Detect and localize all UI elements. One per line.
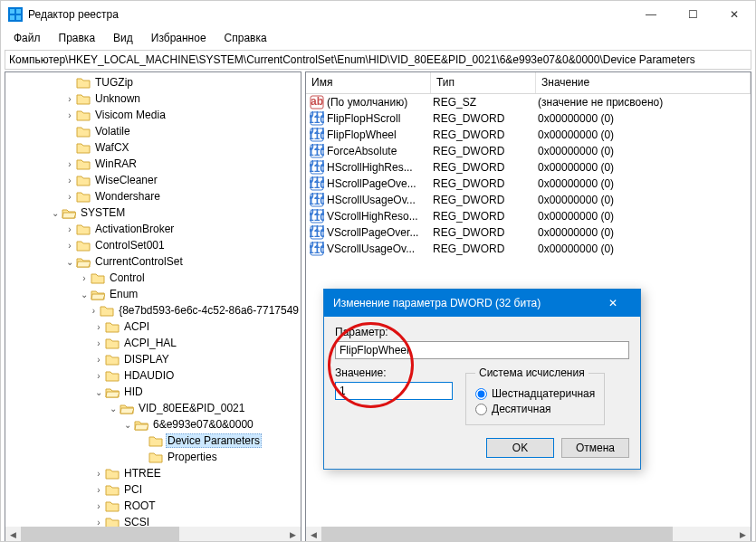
column-type[interactable]: Тип	[431, 72, 536, 93]
expand-icon[interactable]: ›	[92, 355, 105, 365]
collapse-icon[interactable]: ⌄	[107, 404, 120, 414]
tree-item[interactable]: ›ACPI	[5, 319, 301, 335]
value-row[interactable]: (По умолчанию)REG_SZ(значение не присвое…	[306, 94, 751, 110]
tree-item[interactable]: Device Parameters	[5, 433, 301, 449]
expand-icon[interactable]: ›	[92, 371, 105, 381]
tree-item[interactable]: ›WiseCleaner	[5, 172, 301, 188]
column-value[interactable]: Значение	[536, 72, 751, 93]
value-row[interactable]: FlipFlopWheelREG_DWORD0x00000000 (0)	[306, 127, 751, 143]
radio-hex[interactable]: Шестнадцатеричная	[475, 387, 595, 400]
list-scrollbar[interactable]: ◀ ▶	[306, 527, 751, 542]
collapse-icon[interactable]: ⌄	[78, 290, 91, 300]
tree-item[interactable]: ⌄HID	[5, 384, 301, 400]
tree-item[interactable]: ›ControlSet001	[5, 237, 301, 253]
tree-item[interactable]: ›Unknown	[5, 90, 301, 107]
radio-dec[interactable]: Десятичная	[475, 403, 595, 415]
expand-icon[interactable]: ›	[92, 501, 105, 511]
tree-item[interactable]: ›HTREE	[5, 465, 301, 481]
value-row[interactable]: ForceAbsoluteREG_DWORD0x00000000 (0)	[306, 143, 751, 159]
tree-item[interactable]: ›Wondershare	[5, 188, 301, 204]
close-button[interactable]: ✕	[713, 1, 755, 28]
menu-edit[interactable]: Правка	[52, 30, 103, 46]
tree-item[interactable]: ›PCI	[5, 481, 301, 498]
value-row[interactable]: VScrollHighReso...REG_DWORD0x00000000 (0…	[306, 208, 751, 224]
collapse-icon[interactable]: ⌄	[92, 387, 105, 397]
expand-icon[interactable]: ›	[92, 518, 105, 528]
value-row[interactable]: HScrollPageOve...REG_DWORD0x00000000 (0)	[306, 176, 751, 192]
folder-icon	[76, 239, 91, 252]
scroll-right-button[interactable]: ▶	[735, 527, 751, 542]
tree-item[interactable]: ⌄Enum	[5, 286, 301, 302]
cancel-button[interactable]: Отмена	[561, 438, 629, 458]
value-name: VScrollUsageOv...	[327, 242, 433, 255]
collapse-icon[interactable]: ⌄	[49, 208, 62, 218]
tree-item[interactable]: WafCX	[5, 139, 301, 156]
expand-icon[interactable]: ›	[63, 176, 76, 185]
menu-view[interactable]: Вид	[106, 30, 140, 46]
scroll-left-button[interactable]: ◀	[306, 527, 321, 542]
minimize-button[interactable]: —	[630, 1, 672, 28]
tree-item[interactable]: ⌄6&e993e07&0&0000	[5, 416, 301, 433]
expand-icon[interactable]: ›	[92, 338, 105, 348]
folder-icon	[134, 418, 148, 431]
value-list[interactable]: (По умолчанию)REG_SZ(значение не присвое…	[306, 94, 751, 257]
maximize-button[interactable]: ☐	[672, 1, 713, 28]
expand-icon[interactable]: ›	[63, 110, 76, 120]
address-bar[interactable]: Компьютер\HKEY_LOCAL_MACHINE\SYSTEM\Curr…	[5, 50, 751, 70]
tree-item[interactable]: TUGZip	[5, 74, 301, 90]
list-header[interactable]: Имя Тип Значение	[306, 72, 751, 94]
address-text: Компьютер\HKEY_LOCAL_MACHINE\SYSTEM\Curr…	[9, 53, 695, 66]
expand-icon[interactable]: ›	[63, 241, 76, 251]
expand-icon[interactable]: ›	[63, 94, 76, 104]
dialog-titlebar[interactable]: Изменение параметра DWORD (32 бита) ✕	[324, 290, 640, 317]
tree-scrollbar[interactable]: ◀ ▶	[5, 527, 301, 542]
collapse-icon[interactable]: ⌄	[121, 420, 134, 430]
tree-item[interactable]: ›DISPLAY	[5, 351, 301, 367]
tree-item[interactable]: ⌄VID_80EE&PID_0021	[5, 400, 301, 416]
value-row[interactable]: VScrollPageOver...REG_DWORD0x00000000 (0…	[306, 224, 751, 241]
value-row[interactable]: VScrollUsageOv...REG_DWORD0x00000000 (0)	[306, 241, 751, 257]
column-name[interactable]: Имя	[306, 72, 431, 93]
menu-favorites[interactable]: Избранное	[144, 30, 214, 46]
tree-item[interactable]: ›Control	[5, 270, 301, 286]
registry-tree[interactable]: TUGZip›Unknown›Visicom MediaVolatileWafC…	[5, 72, 301, 532]
expand-icon[interactable]: ›	[92, 322, 105, 332]
value-row[interactable]: FlipFlopHScrollREG_DWORD0x00000000 (0)	[306, 110, 751, 127]
tree-item[interactable]: Properties	[5, 449, 301, 465]
value-row[interactable]: HScrollHighRes...REG_DWORD0x00000000 (0)	[306, 159, 751, 176]
dword-value-icon	[310, 225, 324, 240]
expand-icon[interactable]: ›	[92, 469, 105, 479]
value-type: REG_DWORD	[433, 242, 538, 255]
radio-dec-input[interactable]	[475, 404, 487, 415]
expand-icon[interactable]: ›	[92, 485, 105, 495]
expand-icon[interactable]: ›	[63, 192, 76, 202]
value-row[interactable]: HScrollUsageOv...REG_DWORD0x00000000 (0)	[306, 192, 751, 208]
tree-item[interactable]: ⌄SYSTEM	[5, 204, 301, 221]
expand-icon[interactable]: ›	[88, 306, 100, 316]
value-input[interactable]	[335, 382, 453, 400]
tree-item[interactable]: ›Visicom Media	[5, 107, 301, 123]
collapse-icon[interactable]: ⌄	[63, 257, 76, 267]
value-data: (значение не присвоено)	[538, 96, 751, 109]
tree-item[interactable]: ⌄CurrentControlSet	[5, 253, 301, 270]
tree-item[interactable]: ›ActivationBroker	[5, 221, 301, 237]
titlebar[interactable]: Редактор реестра — ☐ ✕	[1, 1, 755, 28]
tree-item[interactable]: ›ROOT	[5, 498, 301, 514]
scroll-left-button[interactable]: ◀	[5, 527, 21, 542]
expand-icon[interactable]: ›	[63, 159, 76, 169]
ok-button[interactable]: OK	[486, 438, 554, 458]
expand-icon[interactable]: ›	[78, 273, 91, 283]
expand-icon[interactable]: ›	[63, 224, 76, 234]
dialog-close-button[interactable]: ✕	[595, 297, 631, 309]
tree-item[interactable]: ›{8e7bd593-6e6c-4c52-86a6-7717549	[5, 302, 301, 319]
tree-item[interactable]: ›ACPI_HAL	[5, 335, 301, 351]
tree-item[interactable]: Volatile	[5, 123, 301, 139]
value-name: HScrollPageOve...	[327, 177, 433, 190]
tree-item[interactable]: ›HDAUDIO	[5, 367, 301, 384]
menu-file[interactable]: Файл	[6, 30, 48, 46]
scroll-right-button[interactable]: ▶	[285, 527, 301, 542]
tree-item[interactable]: ›WinRAR	[5, 156, 301, 172]
radio-hex-input[interactable]	[475, 388, 487, 400]
menubar: Файл Правка Вид Избранное Справка	[1, 28, 755, 48]
menu-help[interactable]: Справка	[217, 30, 274, 46]
